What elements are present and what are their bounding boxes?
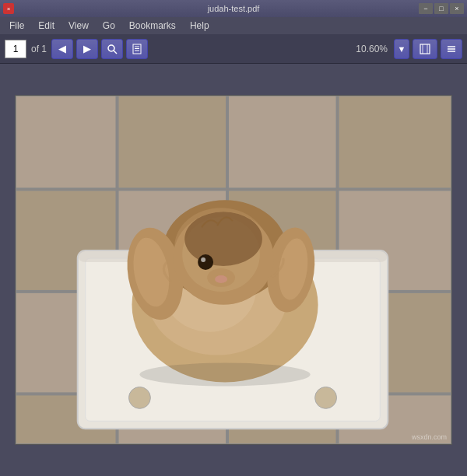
svg-point-33 <box>315 387 337 408</box>
title-bar-left: × <box>3 3 14 14</box>
svg-point-0 <box>108 45 114 51</box>
svg-point-51 <box>139 363 310 387</box>
forward-button[interactable]: ▶ <box>76 39 98 59</box>
menu-go[interactable]: Go <box>97 19 121 33</box>
zoom-level: 10.60% <box>356 44 388 54</box>
pdf-page: wsxdn.com <box>15 95 452 445</box>
zoom-fit-button[interactable] <box>413 39 437 59</box>
svg-rect-15 <box>118 96 227 189</box>
svg-rect-16 <box>228 96 337 189</box>
svg-point-47 <box>198 254 213 270</box>
close-button[interactable]: × <box>450 3 464 14</box>
toolbar: of 1 ◀ ▶ 10.60% ▼ <box>0 34 467 64</box>
watermark: wsxdn.com <box>412 433 447 441</box>
svg-point-46 <box>184 212 262 266</box>
svg-rect-17 <box>339 96 451 189</box>
svg-point-32 <box>128 387 150 408</box>
page-number-input[interactable] <box>5 40 26 58</box>
zoom-dropdown-button[interactable]: ▼ <box>394 39 409 59</box>
page-of-label: of 1 <box>31 44 47 54</box>
close-window-button[interactable]: × <box>3 3 14 14</box>
menu-file[interactable]: File <box>3 19 30 33</box>
main-content: wsxdn.com <box>0 64 467 476</box>
search-button[interactable] <box>101 39 123 59</box>
document-view-button[interactable] <box>126 39 148 59</box>
svg-line-1 <box>114 51 117 54</box>
menu-edit[interactable]: Edit <box>32 19 61 33</box>
maximize-button[interactable]: □ <box>434 3 448 14</box>
minimize-button[interactable]: − <box>419 3 433 14</box>
svg-rect-6 <box>420 44 430 54</box>
menu-view[interactable]: View <box>62 19 95 33</box>
title-bar: × judah-test.pdf − □ × <box>0 0 467 17</box>
menu-bar: File Edit View Go Bookmarks Help <box>0 17 467 34</box>
fit-page-icon <box>419 44 431 54</box>
hamburger-icon <box>446 44 457 54</box>
menu-button[interactable] <box>441 39 462 59</box>
search-icon <box>107 44 118 54</box>
svg-point-48 <box>201 257 205 262</box>
window-title: judah-test.pdf <box>208 4 260 13</box>
document-icon <box>132 44 142 54</box>
pdf-image <box>16 95 451 445</box>
svg-rect-14 <box>16 96 117 189</box>
back-button[interactable]: ◀ <box>51 39 73 59</box>
menu-bookmarks[interactable]: Bookmarks <box>123 19 182 33</box>
menu-help[interactable]: Help <box>184 19 216 33</box>
title-bar-controls: − □ × <box>419 3 464 14</box>
svg-point-50 <box>215 275 227 283</box>
